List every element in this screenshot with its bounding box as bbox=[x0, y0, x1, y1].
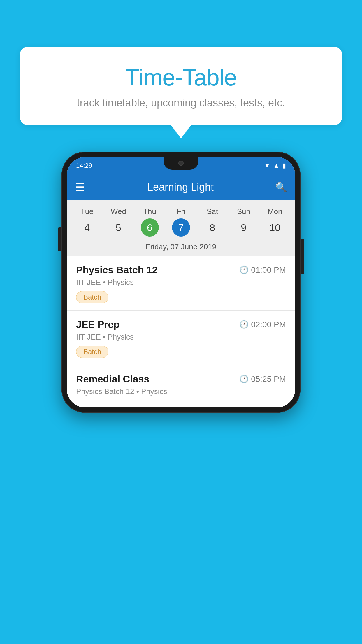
status-icons: ▼ ▲ ▮ bbox=[264, 162, 286, 169]
day-number[interactable]: 10 bbox=[266, 218, 284, 237]
wifi-icon: ▼ bbox=[264, 162, 270, 169]
day-label: Thu bbox=[143, 207, 156, 216]
day-number[interactable]: 6 bbox=[141, 218, 159, 237]
day-label: Mon bbox=[268, 207, 282, 216]
selected-date-label: Friday, 07 June 2019 bbox=[67, 239, 295, 256]
day-label: Wed bbox=[111, 207, 126, 216]
schedule-list: Physics Batch 12🕐 01:00 PMIIT JEE • Phys… bbox=[67, 256, 295, 407]
day-col[interactable]: Sat8 bbox=[197, 207, 228, 237]
speech-bubble-container: Time-Table track timetable, upcoming cla… bbox=[20, 47, 342, 125]
schedule-title: Physics Batch 12 bbox=[76, 264, 158, 276]
speech-bubble: Time-Table track timetable, upcoming cla… bbox=[20, 47, 342, 125]
clock-icon: 🕐 bbox=[239, 320, 249, 329]
schedule-item[interactable]: Remedial Class🕐 05:25 PMPhysics Batch 12… bbox=[67, 365, 295, 407]
menu-icon[interactable]: ☰ bbox=[75, 181, 85, 194]
camera bbox=[178, 161, 184, 166]
day-number[interactable]: 8 bbox=[203, 218, 221, 237]
day-number[interactable]: 5 bbox=[109, 218, 127, 237]
day-number[interactable]: 7 bbox=[172, 218, 190, 237]
calendar-section: Tue4Wed5Thu6Fri7Sat8Sun9Mon10 Friday, 07… bbox=[67, 200, 295, 256]
schedule-subtitle: IIT JEE • Physics bbox=[76, 332, 286, 342]
schedule-time: 🕐 01:00 PM bbox=[239, 265, 286, 275]
batch-badge: Batch bbox=[76, 346, 108, 358]
days-row: Tue4Wed5Thu6Fri7Sat8Sun9Mon10 bbox=[67, 205, 295, 239]
status-bar: 14:29 ▼ ▲ ▮ bbox=[67, 157, 295, 174]
day-label: Sun bbox=[237, 207, 250, 216]
batch-badge: Batch bbox=[76, 291, 108, 303]
phone-outer: 14:29 ▼ ▲ ▮ ☰ Learning Light 🔍 bbox=[61, 152, 301, 413]
clock-icon: 🕐 bbox=[239, 265, 249, 274]
notch bbox=[164, 157, 198, 170]
day-col[interactable]: Wed5 bbox=[103, 207, 134, 237]
phone-inner: 14:29 ▼ ▲ ▮ ☰ Learning Light 🔍 bbox=[67, 157, 295, 407]
schedule-item[interactable]: JEE Prep🕐 02:00 PMIIT JEE • PhysicsBatch bbox=[67, 311, 295, 365]
day-col[interactable]: Fri7 bbox=[165, 207, 196, 237]
day-col[interactable]: Mon10 bbox=[259, 207, 291, 237]
schedule-subtitle: Physics Batch 12 • Physics bbox=[76, 387, 286, 396]
schedule-title: Remedial Class bbox=[76, 373, 149, 385]
schedule-time: 🕐 05:25 PM bbox=[239, 374, 286, 384]
battery-icon: ▮ bbox=[282, 162, 286, 169]
bubble-subtitle: track timetable, upcoming classes, tests… bbox=[34, 97, 328, 109]
schedule-subtitle: IIT JEE • Physics bbox=[76, 278, 286, 287]
day-number[interactable]: 4 bbox=[78, 218, 96, 237]
phone-mockup: 14:29 ▼ ▲ ▮ ☰ Learning Light 🔍 bbox=[61, 152, 301, 413]
schedule-item[interactable]: Physics Batch 12🕐 01:00 PMIIT JEE • Phys… bbox=[67, 256, 295, 311]
day-label: Tue bbox=[81, 207, 94, 216]
toolbar-title: Learning Light bbox=[92, 181, 268, 193]
bubble-title: Time-Table bbox=[34, 64, 328, 91]
day-col[interactable]: Sun9 bbox=[228, 207, 259, 237]
app-toolbar: ☰ Learning Light 🔍 bbox=[67, 174, 295, 200]
day-number[interactable]: 9 bbox=[235, 218, 253, 237]
day-col[interactable]: Tue4 bbox=[71, 207, 103, 237]
status-time: 14:29 bbox=[76, 162, 92, 169]
schedule-time: 🕐 02:00 PM bbox=[239, 320, 286, 329]
day-label: Sat bbox=[207, 207, 218, 216]
day-label: Fri bbox=[177, 207, 185, 216]
signal-icon: ▲ bbox=[273, 162, 280, 169]
clock-icon: 🕐 bbox=[239, 374, 249, 384]
day-col[interactable]: Thu6 bbox=[134, 207, 165, 237]
search-icon[interactable]: 🔍 bbox=[275, 182, 287, 193]
schedule-title: JEE Prep bbox=[76, 319, 120, 330]
